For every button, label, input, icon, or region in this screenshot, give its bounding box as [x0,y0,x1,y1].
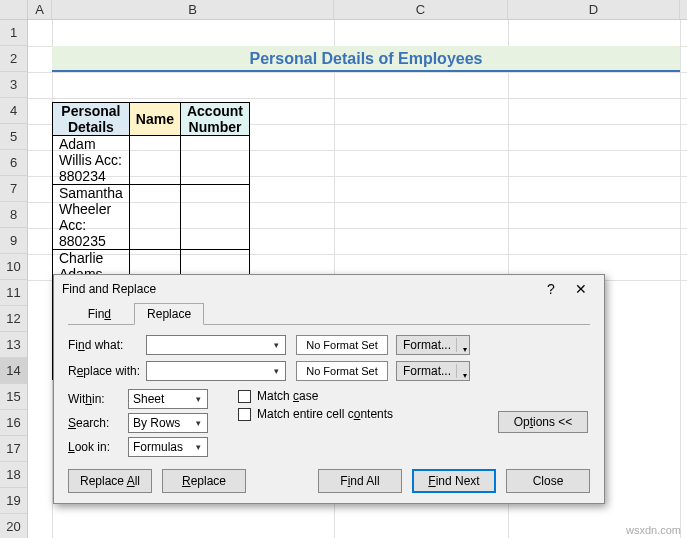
chevron-down-icon[interactable]: ▾ [463,341,467,359]
chevron-down-icon[interactable]: ▾ [463,367,467,385]
row-header[interactable]: 9 [0,228,27,254]
watermark: wsxdn.com [626,524,681,536]
chevron-down-icon[interactable]: ▾ [191,416,205,430]
chevron-down-icon[interactable]: ▾ [269,364,283,378]
spreadsheet: A B C D 1 2 3 4 5 6 7 8 9 10 11 12 13 14… [0,0,687,20]
dialog-body: Find what: ▾ No Format Set Format... ▾ R… [54,325,604,461]
tab-replace[interactable]: Replace [134,303,204,325]
col-header-c[interactable]: C [334,0,508,19]
row-header[interactable]: 11 [0,280,27,306]
row-header[interactable]: 10 [0,254,27,280]
row-header[interactable]: 19 [0,488,27,514]
look-in-select[interactable]: Formulas ▾ [128,437,208,457]
header-personal[interactable]: Personal Details [53,103,130,136]
row-header[interactable]: 15 [0,384,27,410]
chevron-down-icon[interactable]: ▾ [269,338,283,352]
sheet-title-cell[interactable]: Personal Details of Employees [52,46,680,72]
find-replace-dialog: Find and Replace ? ✕ Find Replace Find w… [53,274,605,504]
match-case-label: Match case [257,389,318,403]
format-button-label: Format... [403,364,451,378]
col-header-a[interactable]: A [28,0,52,19]
close-icon[interactable]: ✕ [566,281,596,297]
row-header[interactable]: 5 [0,124,27,150]
row-header[interactable]: 12 [0,306,27,332]
find-format-preview: No Format Set [296,335,388,355]
row-header[interactable]: 4 [0,98,27,124]
row-header[interactable]: 17 [0,436,27,462]
within-value: Sheet [133,390,164,408]
find-what-label: Find what: [68,338,146,352]
row-header[interactable]: 1 [0,20,27,46]
table-header-row: Personal Details Name Account Number [53,103,250,136]
header-account[interactable]: Account Number [180,103,249,136]
table-row: Adam Willis Acc: 880234 [53,136,250,185]
row-header[interactable]: 7 [0,176,27,202]
match-case-checkbox[interactable] [238,390,251,403]
replace-with-label: Replace with: [68,364,146,378]
format-button-label: Format... [403,338,451,352]
row-header[interactable]: 16 [0,410,27,436]
row-header[interactable]: 3 [0,72,27,98]
select-all-corner[interactable] [0,0,28,19]
row-header[interactable]: 8 [0,202,27,228]
look-in-value: Formulas [133,438,183,456]
col-header-b[interactable]: B [52,0,334,19]
dialog-titlebar[interactable]: Find and Replace ? ✕ [54,275,604,303]
match-entire-label: Match entire cell contents [257,407,393,421]
search-value: By Rows [133,414,180,432]
dialog-button-row: Replace All Replace Find All Find Next C… [68,469,590,493]
replace-with-input[interactable]: ▾ [146,361,286,381]
chevron-down-icon[interactable]: ▾ [191,392,205,406]
find-format-button[interactable]: Format... ▾ [396,335,470,355]
dialog-title: Find and Replace [62,282,536,296]
replace-button[interactable]: Replace [162,469,246,493]
row-header[interactable]: 14 [0,358,27,384]
cell[interactable]: Samantha Wheeler Acc: 880235 [53,185,130,250]
tab-strip: Find Replace [54,303,604,325]
replace-all-button[interactable]: Replace All [68,469,152,493]
row-header[interactable]: 18 [0,462,27,488]
row-headers: 1 2 3 4 5 6 7 8 9 10 11 12 13 14 15 16 1… [0,20,28,538]
find-what-input[interactable]: ▾ [146,335,286,355]
column-headers: A B C D [0,0,687,20]
row-header[interactable]: 13 [0,332,27,358]
search-select[interactable]: By Rows ▾ [128,413,208,433]
cell[interactable] [180,136,249,185]
col-header-d[interactable]: D [508,0,680,19]
cell[interactable]: Adam Willis Acc: 880234 [53,136,130,185]
cell[interactable] [180,185,249,250]
cell[interactable] [129,136,180,185]
find-all-button[interactable]: Find All [318,469,402,493]
chevron-down-icon[interactable]: ▾ [191,440,205,454]
row-header[interactable]: 20 [0,514,27,538]
tab-find[interactable]: Find [68,303,131,325]
options-button[interactable]: Options << [498,411,588,433]
table-row: Samantha Wheeler Acc: 880235 [53,185,250,250]
replace-format-preview: No Format Set [296,361,388,381]
close-button[interactable]: Close [506,469,590,493]
within-select[interactable]: Sheet ▾ [128,389,208,409]
replace-format-button[interactable]: Format... ▾ [396,361,470,381]
look-in-label: Look in: [68,440,128,454]
match-entire-checkbox[interactable] [238,408,251,421]
sheet-title: Personal Details of Employees [250,50,483,67]
cell[interactable] [129,185,180,250]
find-next-button[interactable]: Find Next [412,469,496,493]
search-label: Search: [68,416,128,430]
row-header[interactable]: 2 [0,46,27,72]
row-header[interactable]: 6 [0,150,27,176]
within-label: Within: [68,392,128,406]
header-name[interactable]: Name [129,103,180,136]
help-icon[interactable]: ? [536,281,566,297]
